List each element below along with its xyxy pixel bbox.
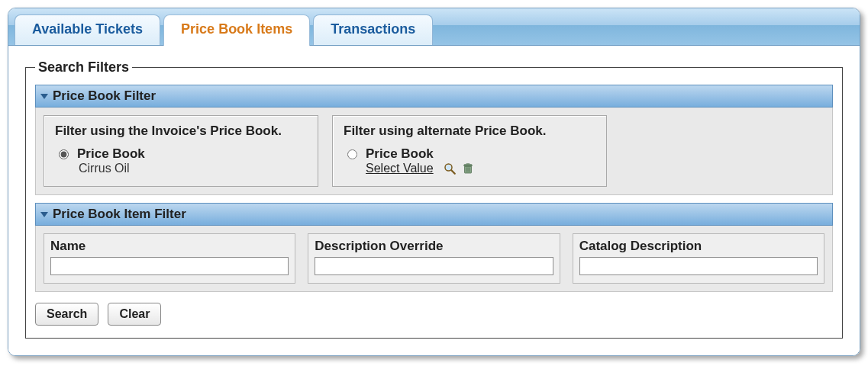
description-override-label: Description Override [315,239,553,254]
price-book-filter-title: Price Book Filter [53,88,156,104]
alternate-radio-label: Price Book [366,146,475,162]
svg-rect-5 [466,163,469,165]
collapse-icon [40,94,48,99]
name-group: Name [44,233,295,284]
search-filters-legend: Search Filters [35,59,132,75]
price-book-filter-header[interactable]: Price Book Filter [35,85,833,108]
search-filters-fieldset: Search Filters Price Book Filter Filter … [25,59,843,339]
price-book-filter-body: Filter using the Invoice's Price Book. P… [35,108,833,195]
clear-button[interactable]: Clear [108,303,161,326]
tab-available-tickets[interactable]: Available Tickets [15,14,160,45]
description-override-group: Description Override [308,233,560,284]
invoice-box-title: Filter using the Invoice's Price Book. [55,124,307,139]
name-input[interactable] [50,257,289,275]
tab-transactions[interactable]: Transactions [313,14,433,45]
alternate-box-title: Filter using alternate Price Book. [344,124,595,139]
alternate-price-book-box: Filter using alternate Price Book. Price… [332,115,607,187]
item-filter-title: Price Book Item Filter [53,207,186,222]
item-filter-body: Name Description Override Catalog Descri… [35,226,833,292]
svg-rect-4 [463,165,472,166]
select-value-link[interactable]: Select Value [366,162,434,175]
trash-icon[interactable] [461,162,475,175]
svg-line-1 [451,170,455,174]
description-override-input[interactable] [315,257,553,275]
invoice-price-book-radio[interactable] [59,149,69,159]
tab-price-book-items[interactable]: Price Book Items [163,14,310,46]
search-icon[interactable] [443,162,457,175]
alternate-price-book-radio[interactable] [347,149,357,159]
invoice-price-book-value: Cirrus Oil [79,162,145,175]
tab-bar: Available Tickets Price Book Items Trans… [8,8,860,46]
item-filter-header[interactable]: Price Book Item Filter [35,203,833,226]
collapse-icon [40,212,48,217]
catalog-description-group: Catalog Description [573,233,824,284]
invoice-radio-label: Price Book [77,146,145,162]
invoice-price-book-box: Filter using the Invoice's Price Book. P… [44,115,318,187]
svg-point-2 [446,165,451,170]
name-label: Name [50,239,289,254]
catalog-description-input[interactable] [579,257,818,275]
tab-content: Search Filters Price Book Filter Filter … [8,46,860,355]
main-panel: Available Tickets Price Book Items Trans… [8,8,860,356]
search-button[interactable]: Search [35,303,98,326]
catalog-description-label: Catalog Description [579,239,818,254]
